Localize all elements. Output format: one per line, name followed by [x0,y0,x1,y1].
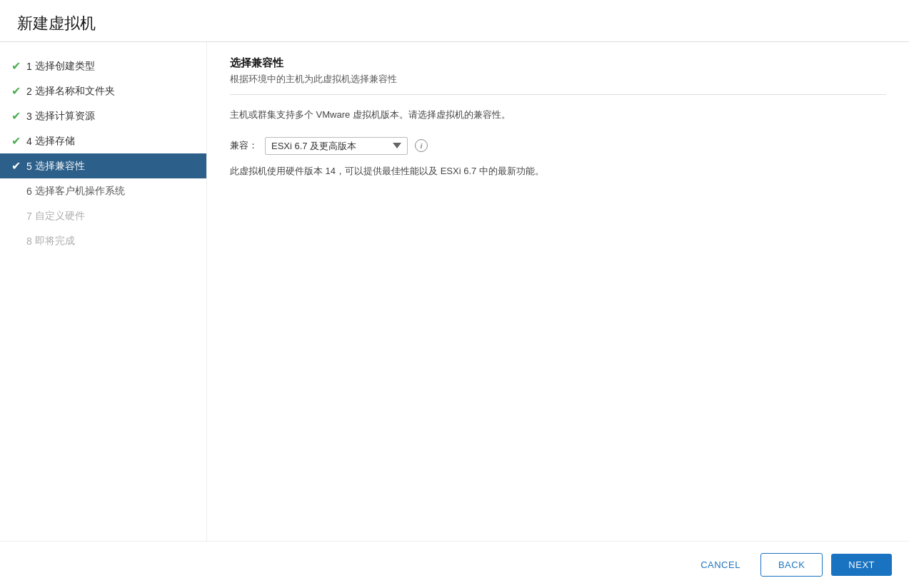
compat-label: 兼容： [230,139,258,152]
new-vm-dialog: 新建虚拟机 ✔ 1 选择创建类型 ✔ 2 选择名称和文件夹 ✔ 3 选择计算资源 [0,0,909,588]
dialog-body: ✔ 1 选择创建类型 ✔ 2 选择名称和文件夹 ✔ 3 选择计算资源 ✔ 4 选… [0,42,909,541]
sidebar-label-step8: 即将完成 [35,235,75,248]
section-title: 选择兼容性 [230,56,886,70]
hardware-info: 此虚拟机使用硬件版本 14，可以提供最佳性能以及 ESXi 6.7 中的最新功能… [230,165,886,178]
sidebar-label-step3: 选择计算资源 [35,110,95,123]
section-divider [230,94,886,95]
sidebar-item-step1[interactable]: ✔ 1 选择创建类型 [0,54,206,78]
sidebar-item-step6[interactable]: ✔ 6 选择客户机操作系统 [0,178,206,203]
dialog-footer: CANCEL BACK NEXT [0,541,909,588]
step-num-4: 4 [26,136,32,147]
dialog-title: 新建虚拟机 [17,13,892,34]
back-button[interactable]: BACK [760,553,823,577]
step-num-6: 6 [26,186,32,197]
sidebar-item-step8: ✔ 8 即将完成 [0,228,206,253]
step-num-2: 2 [26,86,32,97]
sidebar-label-step5: 选择兼容性 [35,160,85,173]
sidebar-label-step1: 选择创建类型 [35,60,95,73]
check-icon-step1: ✔ [11,59,21,73]
check-icon-step5: ✔ [11,159,21,173]
sidebar-item-step7: ✔ 7 自定义硬件 [0,203,206,228]
sidebar-item-step4[interactable]: ✔ 4 选择存储 [0,128,206,153]
step-num-3: 3 [26,111,32,122]
step-num-7: 7 [26,211,32,222]
step-num-5: 5 [26,161,32,172]
description-text: 主机或群集支持多个 VMware 虚拟机版本。请选择虚拟机的兼容性。 [230,108,886,123]
compat-select[interactable]: ESXi 6.7 及更高版本 ESXi 6.5 及更高版本 ESXi 6.0 及… [265,137,408,155]
sidebar-label-step4: 选择存储 [35,135,75,148]
compat-row: 兼容： ESXi 6.7 及更高版本 ESXi 6.5 及更高版本 ESXi 6… [230,137,886,155]
sidebar-item-step2[interactable]: ✔ 2 选择名称和文件夹 [0,78,206,103]
next-button[interactable]: NEXT [831,554,892,576]
main-content: 选择兼容性 根据环境中的主机为此虚拟机选择兼容性 主机或群集支持多个 VMwar… [207,42,909,541]
sidebar: ✔ 1 选择创建类型 ✔ 2 选择名称和文件夹 ✔ 3 选择计算资源 ✔ 4 选… [0,42,207,541]
sidebar-label-step2: 选择名称和文件夹 [35,85,115,98]
dialog-header: 新建虚拟机 [0,0,909,42]
cancel-button[interactable]: CANCEL [689,554,752,576]
check-icon-step2: ✔ [11,84,21,98]
check-icon-step3: ✔ [11,109,21,123]
step-num-8: 8 [26,235,32,247]
check-icon-step4: ✔ [11,134,21,148]
info-icon[interactable]: i [415,139,428,152]
sidebar-item-step3[interactable]: ✔ 3 选择计算资源 [0,103,206,128]
step-num-1: 1 [26,61,32,72]
section-subtitle: 根据环境中的主机为此虚拟机选择兼容性 [230,73,886,86]
sidebar-item-step5[interactable]: ✔ 5 选择兼容性 [0,153,206,178]
sidebar-label-step7: 自定义硬件 [35,210,85,223]
sidebar-label-step6: 选择客户机操作系统 [35,185,125,198]
